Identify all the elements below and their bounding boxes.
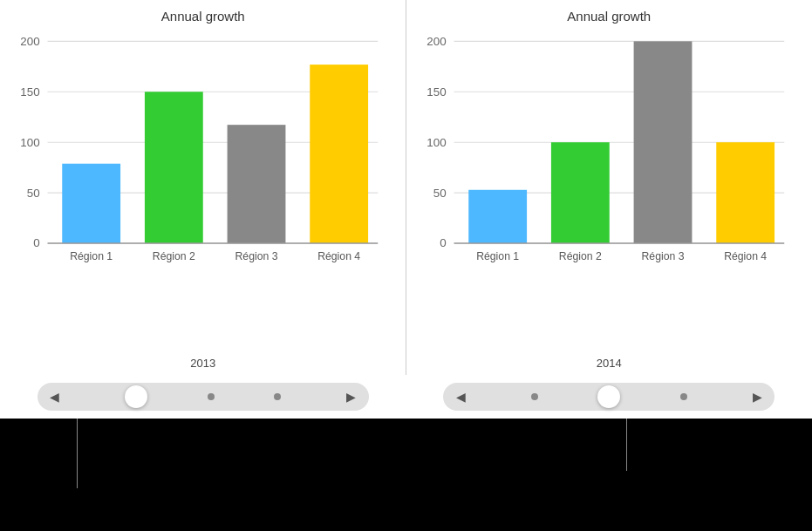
svg-text:Région 3: Région 3	[641, 250, 684, 262]
svg-text:Région 2: Région 2	[153, 250, 195, 262]
annotation-area	[0, 419, 812, 531]
svg-text:Région 3: Région 3	[235, 250, 277, 262]
slider-2-dot-2	[680, 393, 687, 400]
left-annotation-line	[77, 419, 78, 488]
bar-chart2-region3	[633, 41, 692, 243]
right-annotation-line	[626, 419, 627, 471]
svg-text:Région 4: Région 4	[724, 250, 767, 262]
bar-chart1-region2	[145, 92, 203, 243]
chart-1-year: 2013	[190, 357, 215, 370]
chart-2-svg: 200 150 100 50 0 Région 1 Région 2 Régio…	[415, 29, 804, 355]
chart-1-title: Annual growth	[161, 9, 245, 24]
slider-1-dot-2	[274, 393, 281, 400]
bar-chart1-region4	[310, 65, 368, 243]
bar-chart2-region4	[716, 142, 774, 243]
svg-text:Région 2: Région 2	[558, 250, 601, 262]
svg-text:50: 50	[27, 187, 40, 200]
charts-area: Annual growth 200 150 100 50 0 Région 1	[0, 0, 812, 375]
slider-2[interactable]: ◀ ▶	[443, 383, 774, 411]
chart-2-container: Annual growth 200 150 100 50 0 Région 1	[406, 0, 813, 375]
svg-text:Région 1: Région 1	[70, 250, 113, 262]
svg-text:Région 4: Région 4	[317, 250, 360, 262]
chart-1-svg: 200 150 100 50 0 Région 1 Région 2 Régio…	[9, 29, 398, 355]
slider-1-left-arrow[interactable]: ◀	[44, 386, 65, 407]
chart-2-title: Annual growth	[567, 9, 651, 24]
chart-2-wrap: 200 150 100 50 0 Région 1 Région 2 Régio…	[415, 29, 804, 355]
bar-chart1-region3	[228, 125, 286, 243]
bar-chart2-region2	[550, 142, 609, 243]
chart-1-wrap: 200 150 100 50 0 Région 1 Région 2 Régio…	[9, 29, 398, 355]
slider-2-left-arrow[interactable]: ◀	[450, 386, 471, 407]
svg-text:Région 1: Région 1	[476, 250, 519, 262]
slider-1-right-arrow[interactable]: ▶	[341, 386, 362, 407]
slider-1-thumb[interactable]	[125, 385, 147, 408]
slider-1[interactable]: ◀ ▶	[38, 383, 369, 411]
svg-text:100: 100	[20, 136, 39, 149]
slider-2-right-arrow[interactable]: ▶	[747, 386, 768, 407]
slider-strip: ◀ ▶ ◀ ▶	[0, 375, 812, 419]
svg-text:0: 0	[440, 236, 446, 249]
svg-text:200: 200	[426, 35, 446, 48]
chart-1-container: Annual growth 200 150 100 50 0 Région 1	[0, 0, 406, 375]
slider-2-thumb[interactable]	[597, 385, 620, 408]
slider-1-dot-1	[208, 393, 215, 400]
chart-2-year: 2014	[597, 357, 622, 370]
bar-chart1-region1	[62, 164, 120, 243]
svg-text:150: 150	[20, 85, 39, 99]
svg-text:200: 200	[20, 35, 39, 48]
svg-text:50: 50	[433, 187, 446, 200]
svg-text:0: 0	[33, 236, 39, 249]
bar-chart2-region1	[468, 190, 527, 243]
slider-2-dot-1	[531, 393, 538, 400]
svg-text:100: 100	[426, 136, 446, 149]
svg-text:150: 150	[426, 85, 446, 99]
